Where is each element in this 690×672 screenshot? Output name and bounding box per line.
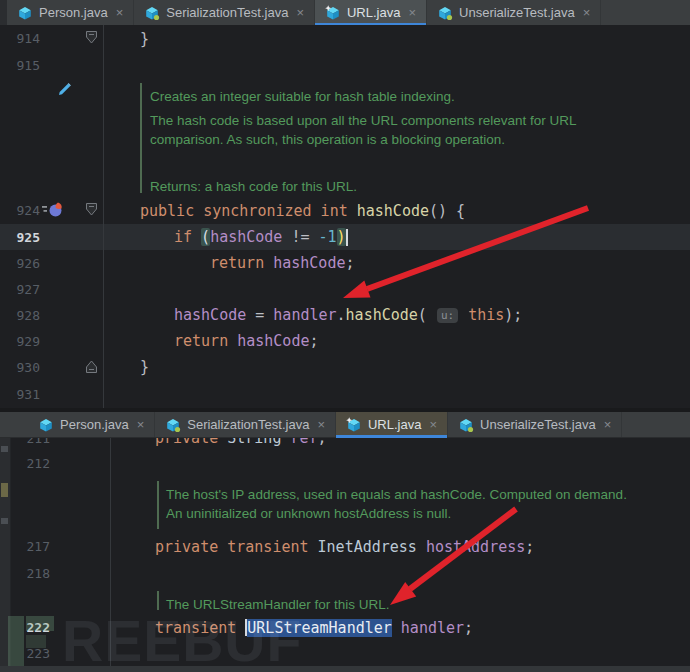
tab-close-icon[interactable]: ×: [116, 5, 124, 20]
line-number[interactable]: 931: [0, 380, 40, 408]
selected-text: URLStreamHandler: [247, 619, 392, 637]
tab-close-icon[interactable]: ×: [604, 417, 612, 432]
code-line-926[interactable]: 926return hashCode;: [0, 250, 690, 276]
tab-close-icon[interactable]: ×: [296, 5, 304, 20]
token: hashCode: [357, 202, 429, 220]
gutter-separator: [110, 533, 111, 560]
gutter-separator: [103, 276, 104, 302]
token: !=: [291, 228, 318, 246]
token: handler: [273, 306, 336, 324]
editor-pane-top[interactable]: 914}915Creates an integer suitable for h…: [0, 25, 690, 408]
gutter-separator: [103, 328, 104, 354]
line-number[interactable]: 929: [0, 328, 40, 354]
fold-marker-icon[interactable]: [85, 30, 103, 48]
line-number[interactable]: 924: [0, 197, 40, 224]
tab-label: URL.java: [368, 417, 421, 432]
line-number[interactable]: 212: [10, 450, 50, 477]
token: [392, 619, 401, 637]
code-text: private String ref;: [155, 438, 327, 450]
doc-comment-bar: [140, 83, 142, 193]
doc-comment-line: The URLStreamHandler for this URL.: [166, 595, 390, 614]
strip-mark: [1, 446, 8, 452]
line-number[interactable]: 930: [0, 354, 40, 380]
tab-url-java[interactable]: URL.java×: [336, 412, 448, 437]
java-test-class-icon: [144, 5, 160, 21]
doc-comment-line: An uninitialized or unknown hostAddress …: [166, 504, 627, 523]
gutter-separator: [110, 560, 111, 587]
code-line-218[interactable]: 218: [0, 560, 690, 587]
line-number[interactable]: 218: [10, 560, 50, 587]
tabbar-left-edge: [0, 0, 7, 25]
java-test-class-icon: [165, 417, 181, 433]
strip-mark: [1, 483, 8, 497]
code-line-929[interactable]: 929return hashCode;: [0, 328, 690, 354]
code-line-212[interactable]: 212: [0, 450, 690, 477]
tab-serializationtest-java[interactable]: SerializationTest.java×: [134, 0, 315, 25]
tab-serializationtest-java[interactable]: SerializationTest.java×: [155, 412, 336, 437]
line-number[interactable]: 222: [10, 614, 50, 641]
text-caret: [346, 229, 348, 246]
code-line-931[interactable]: 931: [0, 380, 690, 408]
code-line-222[interactable]: 222transient URLStreamHandler handler;: [0, 614, 690, 641]
fold-marker-icon[interactable]: [85, 202, 103, 220]
line-number[interactable]: 926: [0, 250, 40, 276]
token: InetAddress: [318, 538, 426, 556]
edit-doc-pencil-icon[interactable]: [56, 81, 74, 99]
code-line-928[interactable]: 928hashCode = handler.hashCode( u: this)…: [0, 302, 690, 328]
java-class-icon: [17, 5, 33, 21]
token: return: [210, 254, 273, 272]
code-line-927[interactable]: 927: [0, 276, 690, 302]
tab-close-icon[interactable]: ×: [317, 417, 325, 432]
ide-window: Person.java×SerializationTest.java×URL.j…: [0, 0, 690, 672]
line-number[interactable]: 927: [0, 276, 40, 302]
parameter-hint: u:: [437, 308, 458, 323]
tab-close-icon[interactable]: ×: [583, 5, 591, 20]
code-line-930[interactable]: 930}: [0, 354, 690, 380]
gutter-method-badge-icon[interactable]: [42, 201, 60, 219]
line-number[interactable]: 925: [0, 224, 40, 250]
code-text: transient URLStreamHandler handler;: [155, 614, 473, 641]
gutter-separator: [110, 614, 111, 641]
code-line-915[interactable]: 915: [0, 52, 690, 79]
token: ;: [525, 538, 534, 556]
java-class-icon: [38, 417, 54, 433]
gutter-separator: [103, 79, 104, 197]
doc-comment-line: Returns: a hash code for this URL.: [150, 177, 577, 196]
code-text: hashCode = handler.hashCode( u: this);: [174, 302, 522, 328]
token: hashCode: [346, 306, 418, 324]
code-line-217[interactable]: 217private transient InetAddress hostAdd…: [0, 533, 690, 560]
code-line-924[interactable]: 924public synchronized int hashCode() {: [0, 197, 690, 224]
tab-person-java[interactable]: Person.java×: [28, 412, 155, 437]
gutter-separator: [110, 587, 111, 614]
line-number[interactable]: 217: [10, 533, 50, 560]
line-number[interactable]: 915: [0, 52, 40, 79]
rendered-doc-comment: Creates an integer suitable for hash tab…: [0, 79, 690, 197]
line-number[interactable]: 914: [0, 25, 40, 52]
tab-unserializetest-java[interactable]: UnserializeTest.java×: [448, 412, 622, 437]
tab-close-icon[interactable]: ×: [137, 417, 145, 432]
token: String: [227, 438, 290, 447]
code-line-925[interactable]: 925if (hashCode != -1): [0, 224, 690, 250]
editor-tab-bar-bottom: Person.java×SerializationTest.java×URL.j…: [0, 412, 690, 438]
tab-unserializetest-java[interactable]: UnserializeTest.java×: [427, 0, 601, 25]
tab-close-icon[interactable]: ×: [408, 5, 416, 20]
code-text: if (hashCode != -1): [174, 224, 348, 250]
tabbar-left-pad: [0, 412, 28, 437]
gutter-separator: [103, 250, 104, 276]
java-class-modified-icon: [346, 417, 362, 433]
line-number[interactable]: 928: [0, 302, 40, 328]
line-number[interactable]: 223: [10, 641, 50, 666]
tab-label: SerializationTest.java: [166, 5, 288, 20]
tab-url-java[interactable]: URL.java×: [315, 0, 427, 25]
tab-person-java[interactable]: Person.java×: [7, 0, 134, 25]
line-number[interactable]: 211: [10, 438, 50, 450]
code-line-211[interactable]: 211private String ref;: [0, 438, 690, 450]
code-line-223[interactable]: 223: [0, 641, 690, 666]
editor-pane-bottom[interactable]: 211private String ref;212The host's IP a…: [0, 438, 690, 666]
code-line-914[interactable]: 914}: [0, 25, 690, 52]
token: () {: [429, 202, 465, 220]
tab-close-icon[interactable]: ×: [429, 417, 437, 432]
fold-marker-icon[interactable]: [85, 359, 103, 377]
token: transient: [155, 619, 245, 637]
token: hashCode: [273, 254, 345, 272]
